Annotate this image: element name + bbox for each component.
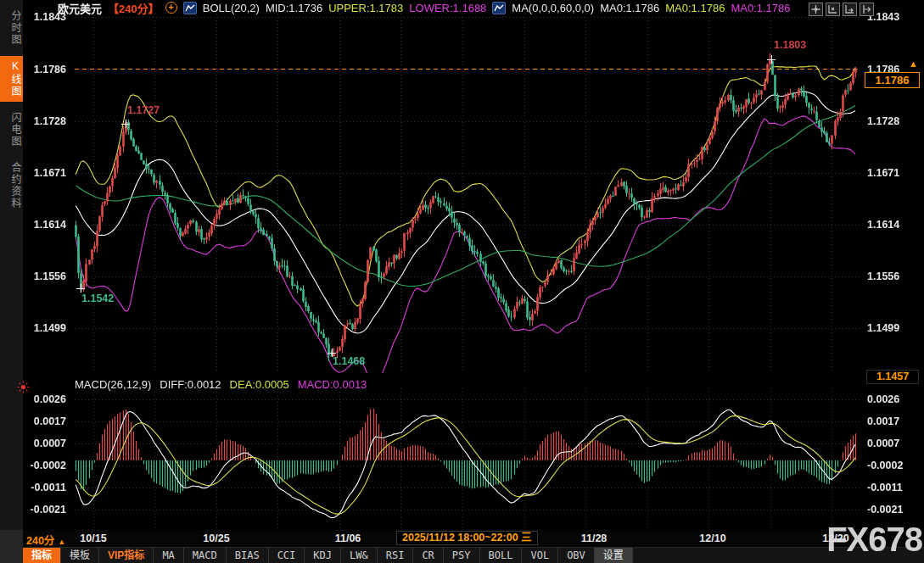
price-axis-label: 1.1671 (867, 167, 899, 179)
indicator-toolbar: 指标模板VIP指标MAMACDBIASCCIKDJLW&RSICRPSYBOLL… (23, 547, 924, 563)
macd-axis-label: -0.0011 (31, 482, 66, 493)
macd-axis-label: 0.0026 (867, 393, 899, 405)
drawing-marker-icon[interactable] (16, 380, 31, 394)
add-indicator-icon[interactable]: + (165, 2, 177, 14)
macd-macd-value: MACD:0.0013 (298, 378, 367, 391)
toolbar-tab-1[interactable]: 模板 (61, 548, 99, 563)
time-axis-tick: 11/28 (581, 532, 608, 544)
price-axis-label: 1.1499 (34, 322, 66, 334)
toolbar-tab-11[interactable]: PSY (444, 548, 480, 563)
toolbar-tab-6[interactable]: CCI (269, 548, 305, 563)
price-axis-label: 1.1786 (34, 64, 66, 75)
toolbar-tab-12[interactable]: BOLL (480, 548, 523, 563)
price-annotation: 1.1542 (81, 293, 114, 304)
symbol-name[interactable]: 欧元美元 (58, 0, 102, 16)
macd-axis-label: 0.0007 (867, 438, 899, 449)
mini-chart-icon (183, 2, 197, 14)
price-axis-label: 1.1556 (34, 270, 66, 282)
macd-axis-label: 0.0017 (34, 415, 66, 427)
chart-type-sidebar: 分时图K线图闪电图合约资料 (0, 0, 24, 530)
price-axis-label: 1.1556 (867, 270, 899, 282)
toolbar-tab-2[interactable]: VIP指标 (99, 548, 154, 563)
price-axis-label: 1.1499 (867, 322, 899, 334)
macd-diff-value: DIFF:0.0012 (160, 378, 221, 391)
sidebar-item-3[interactable]: 合约资料 (0, 158, 23, 214)
price-up-marker-icon: ▲ (909, 59, 918, 69)
time-axis-tick: 10/25 (203, 532, 229, 544)
sidebar-item-2[interactable]: 闪电图 (0, 108, 23, 152)
boll-upper-value: UPPER:1.1783 (328, 2, 403, 14)
time-axis-tick: 12/10 (699, 532, 725, 544)
shift-right-icon[interactable] (860, 3, 874, 16)
toolbar-tab-14[interactable]: OBV (558, 548, 595, 563)
brand-watermark: FX678 (826, 516, 922, 563)
sidebar-item-1[interactable]: K线图 (0, 56, 23, 102)
period-selector[interactable]: 240分▲ (26, 532, 65, 548)
toolbar-tab-5[interactable]: BIAS (227, 548, 269, 563)
toolbar-tab-3[interactable]: MA (154, 548, 183, 563)
axis-zoom-right-icon[interactable] (843, 3, 857, 16)
current-price-badge: 1.1786 (865, 72, 920, 88)
ma-label: MA(0,0,0,60,0,0) (512, 2, 594, 14)
range-low-badge: 1.1457 (866, 370, 919, 384)
toolbar-tab-4[interactable]: MACD (184, 548, 227, 563)
price-axis-label: 1.1614 (34, 219, 66, 231)
chart-tool-icons (809, 3, 874, 16)
macd-axis-label: -0.0021 (31, 504, 66, 516)
macd-dea-value: DEA:0.0005 (230, 378, 289, 391)
toolbar-tab-9[interactable]: RSI (378, 548, 414, 563)
macd-axis-label: -0.0021 (867, 504, 903, 516)
toolbar-tab-15[interactable]: 设置 (595, 548, 633, 563)
time-axis-tick: 10/15 (80, 532, 106, 544)
candlestick-chart-canvas[interactable] (0, 0, 924, 563)
ma0-value-3: MA0:1.1786 (731, 2, 790, 14)
toolbar-tab-10[interactable]: CR (413, 548, 443, 563)
macd-axis-label: 0.0026 (34, 393, 66, 405)
time-axis-tick: 11/06 (335, 532, 361, 544)
price-axis-label: 1.1614 (867, 219, 899, 231)
ma0-value-1: MA0:1.1786 (600, 2, 659, 14)
pan-icon[interactable] (809, 3, 823, 16)
boll-lower-value: LOWER:1.1688 (409, 2, 486, 14)
price-axis-label: 1.1728 (867, 115, 899, 127)
mini-chart-icon (492, 2, 506, 14)
price-annotation: 1.1468 (333, 355, 365, 367)
macd-axis-label: -0.0011 (867, 482, 903, 493)
macd-label: MACD(26,12,9) (75, 378, 151, 391)
triangle-up-icon: ▲ (58, 538, 65, 546)
toolbar-tab-13[interactable]: VOL (522, 548, 558, 563)
time-axis-row: 240分▲ 2025/11/12 18:00~22:00 三 10/1510/2… (23, 530, 924, 547)
price-axis-label: 1.1671 (34, 167, 66, 179)
boll-mid-value: MID:1.1736 (266, 2, 322, 14)
macd-axis-label: 0.0017 (867, 415, 899, 427)
price-annotation: 1.1803 (774, 39, 806, 51)
bottom-left-corner (0, 530, 23, 563)
ma0-value-2: MA0:1.1786 (665, 2, 725, 14)
macd-header: MACD(26,12,9) DIFF:0.0012 DEA:0.0005 MAC… (75, 378, 367, 391)
toolbar-tab-8[interactable]: LW& (341, 548, 378, 563)
price-annotation: 1.1727 (127, 104, 160, 116)
macd-axis-label: -0.0002 (867, 460, 903, 471)
period-selector-label: 240分 (26, 535, 54, 547)
macd-axis-label: -0.0002 (31, 460, 66, 471)
toolbar-tab-7[interactable]: KDJ (305, 548, 341, 563)
price-axis-label: 1.1728 (34, 115, 66, 127)
toolbar-tab-0[interactable]: 指标 (23, 548, 61, 563)
axis-zoom-left-icon[interactable] (826, 3, 840, 16)
indicator-topbar: 欧元美元 【240分】 + BOLL(20,2) MID:1.1736 UPPE… (51, 1, 791, 14)
boll-label: BOLL(20,2) (203, 2, 260, 14)
trading-app-window: 分时图K线图闪电图合约资料 欧元美元 【240分】 + BOLL(20,2) M… (0, 0, 924, 563)
period-label[interactable]: 【240分】 (108, 0, 160, 16)
crosshair-date-tooltip: 2025/11/12 18:00~22:00 三 (396, 531, 538, 545)
sidebar-item-0[interactable]: 分时图 (0, 6, 23, 50)
macd-axis-label: 0.0007 (34, 438, 66, 449)
